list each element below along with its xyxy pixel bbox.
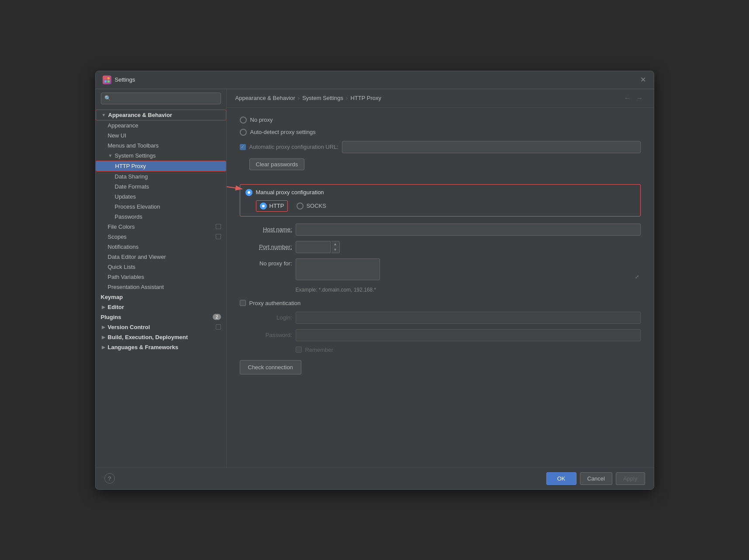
clear-passwords-button[interactable]: Clear passwords [249, 158, 305, 170]
sidebar-item-label: Build, Execution, Deployment [108, 334, 188, 340]
socks-label[interactable]: SOCKS [306, 203, 326, 209]
clear-passwords-label: Clear passwords [256, 161, 298, 168]
chevron-right-icon: ▶ [101, 335, 106, 340]
auto-proxy-config-row: Automatic proxy configuration URL: [240, 141, 641, 153]
ok-button[interactable]: OK [546, 472, 576, 485]
port-wrapper: ▲ ▼ [296, 241, 340, 253]
sidebar-item-appearance[interactable]: Appearance [96, 120, 226, 131]
back-button[interactable]: ← [622, 93, 633, 103]
auto-proxy-url-input[interactable] [342, 141, 641, 153]
title-bar: Settings ✕ [96, 71, 654, 89]
manual-proxy-label[interactable]: Manual proxy configuration [256, 189, 324, 196]
no-proxy-label[interactable]: No proxy [250, 117, 273, 123]
bottom-right: OK Cancel Apply [546, 472, 645, 485]
sidebar-item-data-editor-viewer[interactable]: Data Editor and Viewer [96, 252, 226, 262]
example-text: Example: *.domain.com, 192.168.* [296, 287, 641, 293]
password-label: Password: [240, 332, 292, 338]
login-input[interactable] [296, 312, 641, 324]
sidebar-item-http-proxy[interactable]: HTTP Proxy [96, 161, 226, 172]
no-proxy-input[interactable] [296, 258, 380, 280]
socks-radio[interactable] [297, 203, 304, 210]
sidebar-item-editor[interactable]: ▶ Editor [96, 302, 226, 312]
proxy-auth-label[interactable]: Proxy authentication [249, 300, 301, 306]
sidebar-item-version-control[interactable]: ▶ Version Control [96, 322, 226, 332]
password-row: Password: [240, 329, 641, 341]
sidebar-item-languages-frameworks[interactable]: ▶ Languages & Frameworks [96, 342, 226, 352]
sidebar-item-system-settings[interactable]: ▼ System Settings [96, 151, 226, 161]
host-name-input[interactable] [296, 223, 641, 236]
chevron-right-icon: ▶ [101, 325, 106, 330]
help-button[interactable]: ? [104, 473, 115, 484]
sidebar-item-process-elevation[interactable]: Process Elevation [96, 202, 226, 212]
app-icon [103, 76, 111, 84]
auto-config-checkbox[interactable] [240, 144, 246, 150]
help-label: ? [108, 475, 111, 482]
search-input[interactable] [101, 93, 221, 104]
auto-detect-radio[interactable] [240, 129, 247, 136]
breadcrumb-nav: ← → [622, 93, 645, 103]
sidebar-item-label: Date Formats [115, 183, 149, 190]
search-wrapper: 🔍 [101, 93, 221, 104]
cancel-button[interactable]: Cancel [580, 472, 612, 485]
sidebar-item-menus-toolbars[interactable]: Menus and Toolbars [96, 141, 226, 151]
sidebar-item-quick-lists[interactable]: Quick Lists [96, 262, 226, 272]
sidebar-item-plugins[interactable]: Plugins 2 [96, 312, 226, 322]
port-down-button[interactable]: ▼ [331, 247, 339, 253]
sidebar-item-appearance-behavior[interactable]: ▼ Appearance & Behavior [96, 110, 226, 120]
sidebar-item-label: Plugins [101, 314, 121, 320]
sidebar-item-passwords[interactable]: Passwords [96, 212, 226, 222]
port-number-label: Port number: [240, 244, 292, 250]
sidebar-item-keymap[interactable]: Keymap [96, 292, 226, 302]
http-radio[interactable] [260, 203, 267, 210]
sidebar-item-label: Appearance [108, 122, 138, 129]
search-box: 🔍 [96, 89, 226, 108]
expand-icon[interactable]: ⤢ [635, 274, 639, 280]
http-protocol-option: HTTP [256, 200, 288, 212]
sidebar: 🔍 ▼ Appearance & Behavior Appearance New… [96, 89, 227, 467]
square-icon [216, 324, 221, 330]
clear-passwords-container: Clear passwords [249, 158, 641, 177]
sidebar-item-path-variables[interactable]: Path Variables [96, 272, 226, 282]
sidebar-item-scopes[interactable]: Scopes [96, 232, 226, 242]
no-proxy-row: No proxy [240, 117, 641, 124]
remember-label: Remember [305, 347, 333, 353]
sidebar-item-new-ui[interactable]: New UI [96, 131, 226, 141]
main-content: 🔍 ▼ Appearance & Behavior Appearance New… [96, 89, 654, 467]
auto-detect-label[interactable]: Auto-detect proxy settings [250, 129, 316, 135]
check-connection-button[interactable]: Check connection [240, 360, 301, 374]
manual-proxy-radio[interactable] [245, 189, 252, 196]
sidebar-item-notifications[interactable]: Notifications [96, 242, 226, 252]
bottom-bar: ? OK Cancel Apply [96, 467, 654, 489]
breadcrumb: Appearance & Behavior › System Settings … [235, 95, 382, 101]
no-proxy-for-row: No proxy for: ⤢ [240, 258, 641, 282]
sidebar-item-label: Presentation Assistant [108, 284, 164, 290]
password-input[interactable] [296, 329, 641, 341]
sidebar-item-label: Updates [115, 193, 136, 200]
sidebar-item-label: Appearance & Behavior [108, 112, 173, 118]
http-label[interactable]: HTTP [269, 203, 284, 209]
port-input[interactable] [296, 241, 331, 253]
sidebar-item-date-formats[interactable]: Date Formats [96, 182, 226, 192]
sidebar-item-updates[interactable]: Updates [96, 192, 226, 202]
svg-rect-1 [107, 77, 110, 79]
port-up-button[interactable]: ▲ [331, 241, 339, 247]
remember-checkbox[interactable] [296, 347, 302, 353]
sidebar-item-label: Languages & Frameworks [108, 344, 179, 350]
sidebar-item-presentation-assistant[interactable]: Presentation Assistant [96, 282, 226, 292]
sidebar-item-label: Notifications [108, 244, 139, 250]
check-connection-label: Check connection [248, 364, 293, 371]
sidebar-item-file-colors[interactable]: File Colors [96, 222, 226, 232]
no-proxy-radio[interactable] [240, 117, 247, 124]
close-button[interactable]: ✕ [640, 76, 647, 83]
sidebar-item-data-sharing[interactable]: Data Sharing [96, 172, 226, 182]
sidebar-item-label: Editor [108, 304, 124, 310]
sidebar-item-build-execution-deployment[interactable]: ▶ Build, Execution, Deployment [96, 332, 226, 342]
no-proxy-for-label: No proxy for: [240, 258, 292, 267]
proxy-auth-checkbox[interactable] [240, 300, 246, 306]
port-spinners: ▲ ▼ [331, 241, 340, 253]
login-row: Login: [240, 312, 641, 324]
forward-button[interactable]: → [635, 93, 645, 103]
remember-row: Remember [296, 347, 641, 353]
apply-button[interactable]: Apply [616, 472, 645, 485]
host-name-label: Host name: [240, 226, 292, 233]
